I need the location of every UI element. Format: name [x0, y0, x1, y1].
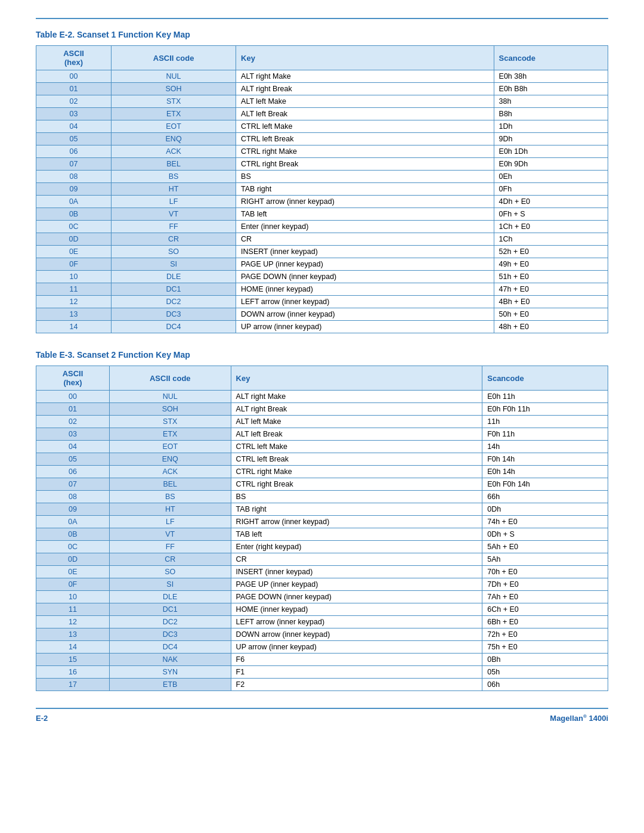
ascii-code-cell: SOH	[109, 403, 231, 416]
scancode-cell: 48h + E0	[494, 321, 608, 333]
key-cell: ALT right Make	[231, 391, 482, 403]
table-row: 0CFFEnter (right keypad)5Ah + E0	[36, 541, 608, 553]
table-row: 02STXALT left Make38h	[36, 95, 608, 108]
ascii-code-cell: ETX	[112, 108, 236, 120]
scancode-cell: 7Dh + E0	[482, 578, 608, 591]
scancode-cell: 4Dh + E0	[494, 196, 608, 208]
table-row: 06ACKCTRL right MakeE0h 14h	[36, 466, 608, 478]
table1-title: Table E-2. Scanset 1 Function Key Map	[36, 30, 608, 39]
table-row: 11DC1HOME (inner keypad)6Ch + E0	[36, 603, 608, 616]
scancode-cell: 1Ch	[494, 233, 608, 246]
ascii-hex-cell: 12	[36, 616, 110, 628]
ascii-hex-cell: 0D	[36, 553, 110, 566]
table-row: 03ETXALT left BreakF0h 11h	[36, 428, 608, 441]
ascii-hex-cell: 15	[36, 654, 110, 666]
ascii-code-cell: CR	[112, 233, 236, 246]
ascii-code-cell: SYN	[109, 666, 231, 679]
ascii-hex-cell: 00	[36, 70, 112, 83]
ascii-code-cell: DC2	[109, 616, 231, 628]
ascii-code-cell: DC3	[109, 628, 231, 641]
key-cell: CTRL left Break	[231, 453, 482, 466]
table-row: 03ETXALT left BreakB8h	[36, 108, 608, 120]
ascii-code-cell: BEL	[112, 158, 236, 171]
table-row: 11DC1HOME (inner keypad)47h + E0	[36, 283, 608, 296]
ascii-code-cell: EOT	[109, 441, 231, 453]
ascii-code-cell: SO	[112, 246, 236, 258]
ascii-hex-cell: 0E	[36, 566, 110, 578]
ascii-hex-cell: 16	[36, 666, 110, 679]
scancode-cell: E0h 11h	[482, 391, 608, 403]
ascii-code-cell: ACK	[109, 466, 231, 478]
table2: ASCII(hex) ASCII code Key Scancode 00NUL…	[36, 366, 608, 691]
ascii-hex-cell: 10	[36, 271, 112, 283]
key-cell: UP arrow (inner keypad)	[236, 321, 494, 333]
ascii-hex-cell: 03	[36, 428, 110, 441]
ascii-hex-cell: 14	[36, 641, 110, 654]
table-row: 10DLEPAGE DOWN (inner keypad)7Ah + E0	[36, 591, 608, 603]
ascii-hex-cell: 12	[36, 296, 112, 308]
footer-left: E-2	[36, 714, 48, 723]
scancode-cell: 51h + E0	[494, 271, 608, 283]
table-row: 12DC2LEFT arrow (inner keypad)4Bh + E0	[36, 296, 608, 308]
table-row: 08BSBS66h	[36, 491, 608, 503]
ascii-code-cell: HT	[109, 503, 231, 516]
ascii-hex-cell: 0C	[36, 221, 112, 233]
ascii-hex-cell: 14	[36, 321, 112, 333]
scancode-cell: 74h + E0	[482, 516, 608, 528]
ascii-code-cell: NAK	[109, 654, 231, 666]
scancode-cell: 6Ch + E0	[482, 603, 608, 616]
ascii-code-cell: VT	[112, 208, 236, 221]
ascii-hex-cell: 11	[36, 283, 112, 296]
ascii-code-cell: STX	[112, 95, 236, 108]
table2-header-key: Key	[231, 366, 482, 391]
key-cell: HOME (inner keypad)	[236, 283, 494, 296]
table-row: 05ENQCTRL left Break9Dh	[36, 133, 608, 145]
key-cell: PAGE UP (inner keypad)	[231, 578, 482, 591]
table-row: 0DCRCR5Ah	[36, 553, 608, 566]
ascii-hex-cell: 0E	[36, 246, 112, 258]
scancode-cell: 0Eh	[494, 171, 608, 183]
key-cell: CR	[231, 553, 482, 566]
ascii-code-cell: DLE	[109, 591, 231, 603]
key-cell: CTRL left Make	[236, 120, 494, 133]
table-row: 0FSIPAGE UP (inner keypad)49h + E0	[36, 258, 608, 271]
scancode-cell: 1Ch + E0	[494, 221, 608, 233]
scancode-cell: 5Ah + E0	[482, 541, 608, 553]
key-cell: CTRL left Break	[236, 133, 494, 145]
table-row: 07BELCTRL right BreakE0h 9Dh	[36, 158, 608, 171]
scancode-cell: 11h	[482, 416, 608, 428]
key-cell: Enter (right keypad)	[231, 541, 482, 553]
table-row: 16SYNF105h	[36, 666, 608, 679]
table-row: 06ACKCTRL right MakeE0h 1Dh	[36, 145, 608, 158]
ascii-code-cell: HT	[112, 183, 236, 196]
ascii-code-cell: STX	[109, 416, 231, 428]
table-row: 01SOHALT right BreakE0h F0h 11h	[36, 403, 608, 416]
scancode-cell: E0h 14h	[482, 466, 608, 478]
ascii-hex-cell: 01	[36, 403, 110, 416]
key-cell: F2	[231, 679, 482, 691]
ascii-code-cell: DC1	[112, 283, 236, 296]
footer: E-2 Magellan® 1400i	[36, 708, 608, 723]
table1-header-ascii-code: ASCII code	[112, 46, 236, 70]
scancode-cell: 14h	[482, 441, 608, 453]
scancode-cell: E0h 38h	[494, 70, 608, 83]
ascii-code-cell: DLE	[112, 271, 236, 283]
key-cell: ALT right Break	[236, 83, 494, 95]
table-row: 0ALFRIGHT arrow (inner keypad)74h + E0	[36, 516, 608, 528]
table1-header-scancode: Scancode	[494, 46, 608, 70]
ascii-hex-cell: 10	[36, 591, 110, 603]
ascii-code-cell: CR	[109, 553, 231, 566]
ascii-code-cell: ETB	[109, 679, 231, 691]
table-row: 0FSIPAGE UP (inner keypad)7Dh + E0	[36, 578, 608, 591]
ascii-code-cell: ACK	[112, 145, 236, 158]
ascii-code-cell: NUL	[109, 391, 231, 403]
scancode-cell: 0Fh + S	[494, 208, 608, 221]
key-cell: UP arrow (inner keypad)	[231, 641, 482, 654]
key-cell: F6	[231, 654, 482, 666]
ascii-code-cell: VT	[109, 528, 231, 541]
table-row: 14DC4UP arrow (inner keypad)48h + E0	[36, 321, 608, 333]
scancode-cell: 38h	[494, 95, 608, 108]
scancode-cell: 72h + E0	[482, 628, 608, 641]
scancode-cell: 70h + E0	[482, 566, 608, 578]
ascii-hex-cell: 04	[36, 120, 112, 133]
